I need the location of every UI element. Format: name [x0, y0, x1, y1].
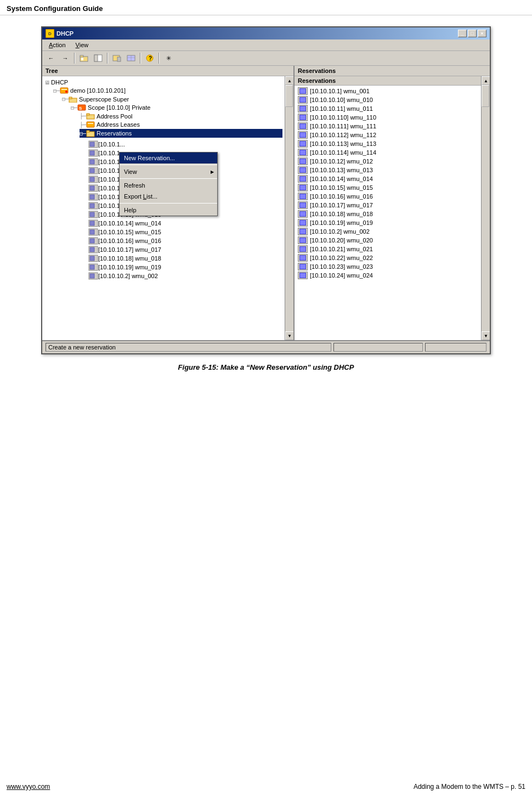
res-item-113[interactable]: [10.10.10.113] wmu_113 [296, 139, 480, 148]
footer-link[interactable]: www.vyyo.com [7, 783, 50, 791]
toolbar-btn-4[interactable] [124, 52, 138, 64]
tree-res-1[interactable]: [10.10.1... [88, 140, 282, 149]
res-icon-010 [298, 96, 308, 104]
svg-text:?: ? [149, 55, 152, 61]
tree-res-014[interactable]: [10.10.10.14] wmu_014 [88, 219, 282, 228]
tree-res-016[interactable]: [10.10.10.16] wmu_016 [88, 236, 282, 245]
res-item-021[interactable]: [10.10.10.21] wmu_021 [296, 245, 480, 253]
res-item-114[interactable]: [10.10.10.114] wmu_114 [296, 148, 480, 157]
res-item-016[interactable]: [10.10.10.16] wmu_016 [296, 192, 480, 201]
toolbar-star[interactable]: ✳ [162, 52, 175, 64]
res-icon-019 [298, 219, 308, 227]
res-item-icon-2 [88, 149, 98, 157]
figure-caption: Figure 5-15: Make a “New Reservation” us… [178, 363, 354, 371]
tree-item-scope[interactable]: ⊟─ S Scope [10.10.0] Private [71, 103, 282, 112]
tree-scroll-down[interactable]: ▼ [285, 331, 293, 340]
res-item-icon-014 [88, 219, 98, 227]
toolbar-show-hide[interactable] [92, 52, 105, 64]
ctx-sep-1 [120, 165, 217, 165]
footer-right-text: Adding a Modem to the WMTS – p. 51 [414, 783, 525, 791]
ctx-export-label: Export List... [124, 193, 157, 200]
tree-res-018[interactable]: [10.10.10.18] wmu_018 [88, 254, 282, 263]
scope-icon: S [77, 104, 86, 111]
status-text: Create a new reservation [46, 343, 331, 352]
res-item-icon-018 [88, 255, 98, 262]
svg-rect-16 [69, 97, 72, 99]
res-item-024[interactable]: [10.10.10.24] wmu_024 [296, 271, 480, 280]
tree-scroll-up[interactable]: ▲ [285, 76, 293, 85]
svg-text:S: S [79, 106, 82, 111]
tree-scroll-track[interactable] [285, 85, 293, 331]
toolbar-back[interactable]: ← [44, 52, 58, 64]
ctx-view-label: View [124, 168, 137, 175]
tree-res-019[interactable]: [10.10.10.19] wmu_019 [88, 263, 282, 272]
res-item-015[interactable]: [10.10.10.15] wmu_015 [296, 183, 480, 192]
menu-action[interactable]: Action [44, 41, 70, 49]
res-scroll-up[interactable]: ▲ [482, 76, 490, 85]
toolbar-sep-2 [107, 53, 108, 64]
res-item-icon-3 [88, 158, 98, 166]
tree-scroll-thumb[interactable] [285, 85, 293, 107]
res-item-023[interactable]: [10.10.10.23] wmu_023 [296, 262, 480, 271]
res-icon-013 [298, 166, 308, 174]
res-item-010[interactable]: [10.10.10.10] wmu_010 [296, 95, 480, 104]
tree-item-dhcp[interactable]: 🖥 DHCP [44, 78, 282, 86]
toolbar-sep-4 [159, 53, 160, 64]
reservations-scrollbar[interactable]: ▲ ▼ [481, 76, 490, 340]
res-item-110[interactable]: [10.10.10.110] wmu_110 [296, 113, 480, 122]
menu-view[interactable]: View [71, 41, 93, 49]
res-item-011[interactable]: [10.10.10.11] wmu_011 [296, 104, 480, 113]
ctx-help[interactable]: Help [120, 205, 217, 216]
tree-scrollbar[interactable]: ▲ ▼ [285, 76, 293, 340]
res-item-111[interactable]: [10.10.10.111] wmu_111 [296, 122, 480, 131]
ctx-refresh[interactable]: Refresh [120, 180, 217, 191]
res-item-020[interactable]: [10.10.10.20] wmu_020 [296, 236, 480, 245]
content-area: D DHCP _ □ × Action View ← → [0, 15, 532, 382]
tree-item-reservations[interactable]: ⊟─ Reservations [80, 129, 282, 138]
res-item-012[interactable]: [10.10.10.12] wmu_012 [296, 157, 480, 166]
left-pane: Tree 🖥 DHCP ⊟─ [42, 66, 295, 340]
ctx-view[interactable]: View [120, 166, 217, 177]
res-item-001[interactable]: [10.10.10.1] wmu_001 [296, 87, 480, 95]
res-item-022[interactable]: [10.10.10.22] wmu_022 [296, 253, 480, 262]
close-button[interactable]: × [478, 30, 486, 37]
status-bar: Create a new reservation [42, 340, 490, 353]
res-icon-024 [298, 272, 308, 279]
tree-item-demo[interactable]: ⊟─ demo [10.10.10.201] [53, 86, 282, 95]
res-icon-015 [298, 184, 308, 191]
tree-label-scope: Scope [10.10.0] Private [88, 104, 150, 111]
toolbar-forward[interactable]: → [59, 52, 72, 64]
res-label-018: [10.10.10.18] wmu_018 [310, 211, 373, 217]
res-icon-023 [298, 263, 308, 270]
res-item-013[interactable]: [10.10.10.13] wmu_013 [296, 166, 480, 174]
res-item-icon-013 [88, 211, 98, 218]
tree-res-017[interactable]: [10.10.10.17] wmu_017 [88, 245, 282, 254]
res-scroll-track[interactable] [482, 85, 490, 331]
res-item-112[interactable]: [10.10.10.112] wmu_112 [296, 131, 480, 139]
tree-res-015[interactable]: [10.10.10.15] wmu_015 [88, 228, 282, 236]
maximize-button[interactable]: □ [468, 30, 477, 37]
res-icon-017 [298, 201, 308, 209]
res-item-019[interactable]: [10.10.10.19] wmu_019 [296, 218, 480, 227]
dhcp-app-icon: D [46, 29, 54, 38]
toolbar-help[interactable]: ? [143, 52, 156, 64]
ctx-export-list[interactable]: Export List... [120, 191, 217, 202]
res-item-014[interactable]: [10.10.10.14] wmu_014 [296, 174, 480, 183]
ctx-sep-3 [120, 203, 217, 204]
res-icon-014 [298, 175, 308, 183]
tree-item-address-leases[interactable]: ├─ Address Leases [80, 120, 282, 129]
ctx-new-reservation[interactable]: New Reservation... [120, 153, 217, 163]
svg-rect-46 [90, 230, 94, 234]
tree-res-002[interactable]: [10.10.10.2] wmu_002 [88, 272, 282, 280]
tree-item-address-pool[interactable]: ├─ Address Pool [80, 112, 282, 120]
res-scroll-down[interactable]: ▼ [482, 331, 490, 340]
res-item-017[interactable]: [10.10.10.17] wmu_017 [296, 201, 480, 210]
res-item-018[interactable]: [10.10.10.18] wmu_018 [296, 210, 480, 218]
tree-item-superscope[interactable]: ⊟─ Superscope Super [62, 95, 282, 103]
res-item-002[interactable]: [10.10.10.2] wmu_002 [296, 227, 480, 236]
res-scroll-thumb[interactable] [482, 85, 489, 107]
toolbar-btn-3[interactable] [110, 52, 123, 64]
toolbar-up[interactable] [77, 52, 90, 64]
reservations-list-bg: [10.10.10.1] wmu_001 [10.10.10.10] wmu_0… [295, 86, 481, 337]
minimize-button[interactable]: _ [458, 30, 467, 37]
